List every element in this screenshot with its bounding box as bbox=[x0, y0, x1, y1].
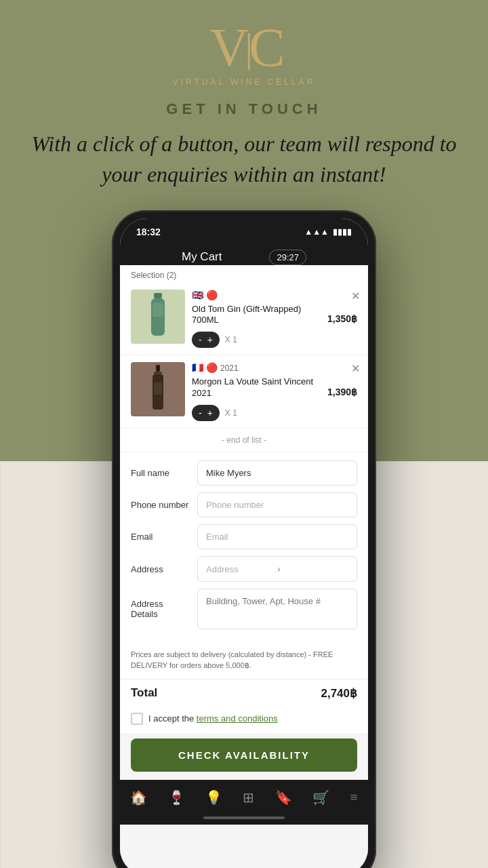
item-qty-1: X 1 bbox=[225, 335, 237, 344]
cart-title: My Cart bbox=[182, 250, 222, 264]
qty-decrease-1[interactable]: - bbox=[199, 334, 202, 345]
form-section: Full name Phone number Email bbox=[120, 452, 368, 644]
bookmark-icon: 🔖 bbox=[275, 789, 292, 806]
menu-icon: ≡ bbox=[350, 789, 357, 805]
svg-rect-2 bbox=[152, 303, 163, 317]
item-controls-1[interactable]: - + X 1 bbox=[192, 332, 321, 348]
battery-icon: ▮▮▮▮ bbox=[333, 227, 352, 237]
status-time: 18:32 bbox=[136, 226, 161, 237]
address-row: Address Address › bbox=[131, 556, 357, 582]
address-details-row: Address Details bbox=[131, 589, 357, 629]
bulb-icon: 💡 bbox=[205, 789, 222, 806]
home-bar bbox=[203, 816, 285, 819]
cart-header: My Cart 29:27 bbox=[120, 243, 368, 265]
qty-increase-2[interactable]: + bbox=[207, 408, 213, 418]
terms-link[interactable]: terms and conditions bbox=[197, 713, 278, 724]
total-amount: 2,740฿ bbox=[321, 686, 357, 701]
remove-item-2[interactable]: ✕ bbox=[351, 362, 360, 375]
terms-checkbox[interactable] bbox=[131, 713, 143, 725]
nav-discover[interactable]: 💡 bbox=[205, 789, 222, 806]
nav-grid[interactable]: ⊞ bbox=[243, 789, 254, 806]
item-image-1 bbox=[131, 290, 185, 344]
wifi-icon: ▲▲▲ bbox=[304, 227, 329, 237]
check-availability-button[interactable]: CHECK AVAILABILITY bbox=[131, 738, 357, 772]
cart-item-2: 🇫🇷🔴 2021 Morgon La Voute Saint Vincent 2… bbox=[120, 355, 368, 429]
cart-item: 🇬🇧🔴 Old Tom Gin (Gift-Wrapped) 700ML - + bbox=[120, 283, 368, 356]
address-placeholder: Address bbox=[206, 564, 277, 574]
phone-label: Phone number bbox=[131, 500, 192, 510]
screen-content: Selection (2) bbox=[120, 265, 368, 868]
phone-row: Phone number bbox=[131, 492, 357, 517]
section-label: GET IN TOUCH bbox=[27, 100, 461, 118]
home-icon: 🏠 bbox=[130, 789, 147, 806]
address-details-label: Address Details bbox=[131, 599, 192, 619]
end-of-list: - end of list - bbox=[120, 429, 368, 452]
selection-label: Selection (2) bbox=[120, 265, 368, 283]
phone-mockup: 18:32 ▲▲▲ ▮▮▮▮ My Cart 29:27 bbox=[112, 210, 376, 868]
total-label: Total bbox=[131, 686, 157, 700]
item-image-2 bbox=[131, 362, 185, 416]
total-row: Total 2,740฿ bbox=[120, 679, 368, 707]
timer-badge: 29:27 bbox=[269, 250, 306, 265]
notch bbox=[203, 226, 285, 245]
status-bar: 18:32 ▲▲▲ ▮▮▮▮ bbox=[120, 218, 368, 243]
logo-c: C bbox=[249, 20, 278, 75]
nav-menu[interactable]: ≡ bbox=[350, 789, 357, 805]
item-name-1: Old Tom Gin (Gift-Wrapped) 700ML bbox=[192, 304, 321, 327]
home-indicator bbox=[120, 811, 368, 825]
email-input[interactable] bbox=[197, 524, 357, 549]
wine-icon: 🍷 bbox=[168, 789, 185, 806]
svg-rect-3 bbox=[156, 365, 160, 372]
terms-row[interactable]: I accept the terms and conditions bbox=[120, 707, 368, 733]
item-price-1: 1,350฿ bbox=[327, 313, 357, 324]
logo-divider: | bbox=[245, 27, 246, 68]
delivery-note: Prices are subject to delivery (calculat… bbox=[120, 644, 368, 679]
address-details-input[interactable] bbox=[197, 589, 357, 629]
hero-description: With a click of a button, our team will … bbox=[27, 129, 461, 190]
logo-v: V bbox=[209, 20, 242, 75]
full-name-row: Full name bbox=[131, 460, 357, 486]
svg-rect-0 bbox=[154, 293, 162, 298]
nav-bookmark[interactable]: 🔖 bbox=[275, 789, 292, 806]
item-details-1: 🇬🇧🔴 Old Tom Gin (Gift-Wrapped) 700ML - + bbox=[192, 290, 321, 349]
svg-rect-6 bbox=[154, 382, 162, 395]
phone-input[interactable] bbox=[197, 492, 357, 517]
item-controls-2[interactable]: - + X 1 bbox=[192, 405, 321, 421]
logo-area: V | C VIRTUAL WINE CELLAR bbox=[173, 20, 316, 87]
qty-increase-1[interactable]: + bbox=[207, 334, 213, 345]
logo-tagline: VIRTUAL WINE CELLAR bbox=[173, 77, 316, 87]
email-row: Email bbox=[131, 524, 357, 549]
hero-section: GET IN TOUCH With a click of a button, o… bbox=[0, 100, 488, 190]
full-name-input[interactable] bbox=[197, 460, 357, 486]
address-input[interactable]: Address › bbox=[197, 556, 357, 582]
nav-wine[interactable]: 🍷 bbox=[168, 789, 185, 806]
nav-home[interactable]: 🏠 bbox=[130, 789, 147, 806]
item-price-2: 1,390฿ bbox=[327, 387, 357, 397]
item-flags-1: 🇬🇧🔴 bbox=[192, 290, 321, 301]
qty-decrease-2[interactable]: - bbox=[199, 408, 202, 418]
svg-rect-4 bbox=[154, 372, 162, 374]
item-name-2: Morgon La Voute Saint Vincent 2021 bbox=[192, 376, 321, 399]
item-flags-2: 🇫🇷🔴 2021 bbox=[192, 362, 321, 374]
cart-icon: 🛒 bbox=[312, 789, 329, 806]
grid-icon: ⊞ bbox=[243, 789, 254, 806]
email-label: Email bbox=[131, 532, 192, 542]
chevron-right-icon: › bbox=[277, 564, 348, 574]
bottom-nav: 🏠 🍷 💡 ⊞ 🔖 bbox=[120, 780, 368, 811]
logo-symbol: V | C bbox=[173, 20, 316, 75]
nav-cart[interactable]: 🛒 bbox=[312, 789, 329, 806]
remove-item-1[interactable]: ✕ bbox=[351, 290, 360, 302]
terms-text: I accept the terms and conditions bbox=[148, 713, 278, 724]
address-label: Address bbox=[131, 564, 192, 574]
item-year-2: 2021 bbox=[220, 363, 239, 373]
item-details-2: 🇫🇷🔴 2021 Morgon La Voute Saint Vincent 2… bbox=[192, 362, 321, 421]
item-qty-2: X 1 bbox=[225, 408, 237, 418]
full-name-label: Full name bbox=[131, 468, 192, 478]
